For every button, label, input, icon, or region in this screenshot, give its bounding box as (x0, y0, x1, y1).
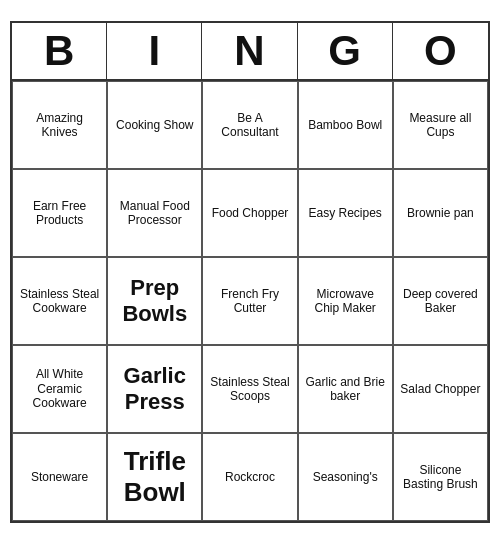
bingo-cell-15: All White Ceramic Cookware (12, 345, 107, 433)
bingo-card: BINGO Amazing KnivesCooking ShowBe A Con… (10, 21, 490, 523)
bingo-letter-o: O (393, 23, 488, 79)
bingo-cell-18: Garlic and Brie baker (298, 345, 393, 433)
bingo-cell-8: Easy Recipes (298, 169, 393, 257)
bingo-cell-12: French Fry Cutter (202, 257, 297, 345)
bingo-cell-3: Bamboo Bowl (298, 81, 393, 169)
bingo-cell-11: Prep Bowls (107, 257, 202, 345)
bingo-cell-22: Rockcroc (202, 433, 297, 521)
bingo-grid: Amazing KnivesCooking ShowBe A Consultan… (12, 81, 488, 521)
bingo-cell-17: Stainless Steal Scoops (202, 345, 297, 433)
bingo-cell-2: Be A Consultant (202, 81, 297, 169)
bingo-cell-24: Silicone Basting Brush (393, 433, 488, 521)
bingo-cell-13: Microwave Chip Maker (298, 257, 393, 345)
bingo-cell-6: Manual Food Processor (107, 169, 202, 257)
bingo-cell-16: Garlic Press (107, 345, 202, 433)
bingo-cell-1: Cooking Show (107, 81, 202, 169)
bingo-cell-0: Amazing Knives (12, 81, 107, 169)
bingo-cell-14: Deep covered Baker (393, 257, 488, 345)
bingo-letter-i: I (107, 23, 202, 79)
bingo-cell-4: Measure all Cups (393, 81, 488, 169)
bingo-letter-b: B (12, 23, 107, 79)
bingo-cell-9: Brownie pan (393, 169, 488, 257)
bingo-cell-21: Trifle Bowl (107, 433, 202, 521)
bingo-cell-19: Salad Chopper (393, 345, 488, 433)
bingo-header: BINGO (12, 23, 488, 81)
bingo-letter-n: N (202, 23, 297, 79)
bingo-cell-5: Earn Free Products (12, 169, 107, 257)
bingo-cell-23: Seasoning's (298, 433, 393, 521)
bingo-cell-7: Food Chopper (202, 169, 297, 257)
bingo-cell-20: Stoneware (12, 433, 107, 521)
bingo-cell-10: Stainless Steal Cookware (12, 257, 107, 345)
bingo-letter-g: G (298, 23, 393, 79)
